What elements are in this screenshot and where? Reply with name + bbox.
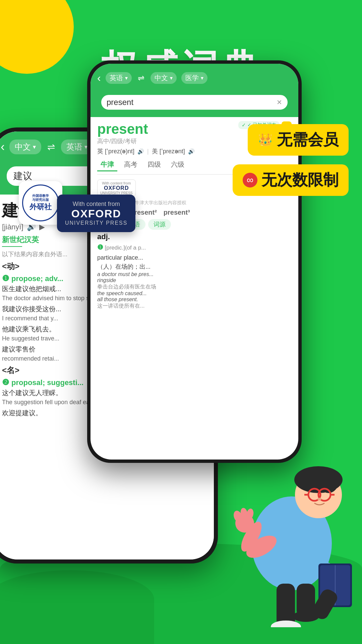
tab-cet6[interactable]: 六级 bbox=[168, 159, 188, 171]
phone2-audio-us[interactable]: 🔊 bbox=[188, 149, 195, 154]
svg-point-21 bbox=[271, 621, 301, 627]
phone2-level: 高中/四级/考研 bbox=[97, 137, 148, 145]
phone2-def-tag: [predic.](of a p... bbox=[105, 245, 146, 251]
phone1-def2-num: ❷ bbox=[2, 378, 9, 387]
oxford-small-stamp: With content from OXFORD UNIVERSITY PRES… bbox=[97, 179, 136, 197]
phone2-example2-zh: 这一讲话使所有在... bbox=[97, 303, 292, 310]
phone2-screen: ‹ 英语 ▾ ⇌ 中文 ▾ 医学 ▾ present ✕ bbox=[90, 64, 298, 460]
oxford-with-text: With content from bbox=[73, 201, 120, 208]
phone2-pos: adj. bbox=[97, 232, 292, 241]
tab-cet4[interactable]: 四级 bbox=[144, 159, 164, 171]
unlimited-badge: ∞ 无次数限制 bbox=[233, 164, 349, 196]
phone1-divider bbox=[2, 246, 22, 247]
sense-tab-etymology[interactable]: 词源 bbox=[148, 219, 171, 230]
vip-badge-label: 无需会员 bbox=[277, 129, 339, 150]
phone2-example1-en: a doctor must be pres...ringside bbox=[97, 271, 292, 283]
phone2-def: ❶ [predic.](of a p... bbox=[97, 243, 292, 251]
phone1-def1-text: propose; adv... bbox=[11, 274, 63, 283]
phone2-lang-from[interactable]: 英语 ▾ bbox=[106, 72, 132, 84]
unlimited-badge-label: 无次数限制 bbox=[261, 170, 339, 191]
infinity-icon: ∞ bbox=[243, 173, 257, 187]
phone1-def1-num: ❶ bbox=[2, 274, 9, 283]
waiyanshe-inner: 外国语教学与研究出版 外研社 bbox=[22, 184, 59, 221]
phone2-clear-icon[interactable]: ✕ bbox=[277, 98, 282, 106]
phone1-back-btn[interactable]: ‹ bbox=[1, 140, 5, 154]
phone2-search-bar[interactable]: present ✕ bbox=[101, 94, 288, 110]
tab-gaokao[interactable]: 高考 bbox=[121, 159, 141, 171]
waiyanshe-badge: 外国语教学与研究出版 外研社 bbox=[19, 181, 62, 225]
character-illustration bbox=[221, 433, 362, 627]
phone2-header: ‹ 英语 ▾ ⇌ 中文 ▾ 医学 ▾ bbox=[90, 64, 298, 89]
phone1-lang-from[interactable]: 中文 ▾ bbox=[9, 140, 41, 154]
phone2-lang-to[interactable]: 中文 ▾ bbox=[150, 72, 177, 84]
phone2-word: present bbox=[97, 121, 148, 137]
phone2-def-text: particular place...（人）在场的；出... bbox=[97, 253, 292, 271]
word-variant-3[interactable]: present³ bbox=[164, 209, 190, 216]
vip-badge: 👑 无需会员 bbox=[248, 124, 349, 156]
tab-oxford[interactable]: 牛津 bbox=[97, 159, 117, 171]
phone2-audio-uk[interactable]: 🔊 bbox=[137, 149, 144, 154]
phone1-def2-text: proposal; suggesti... bbox=[11, 378, 83, 387]
oxford-press-text: UNIVERSITY PRESS bbox=[65, 220, 127, 226]
phone2-example2-en: the speech caused...all those present. bbox=[97, 290, 292, 303]
oxford-name-text: OXFORD bbox=[71, 208, 121, 220]
crown-icon: 👑 bbox=[258, 133, 273, 147]
svg-point-8 bbox=[317, 498, 321, 500]
phone2-frame: ‹ 英语 ▾ ⇌ 中文 ▾ 医学 ▾ present ✕ bbox=[87, 60, 302, 463]
phone2-lang-mode[interactable]: 医学 ▾ bbox=[181, 72, 207, 84]
phone2-back-btn[interactable]: ‹ bbox=[97, 72, 101, 84]
oxford-badge-overlay: With content from OXFORD UNIVERSITY PRES… bbox=[57, 195, 135, 232]
phone2-example1-zh: 拳击台边必须有医生在场 bbox=[97, 283, 292, 290]
